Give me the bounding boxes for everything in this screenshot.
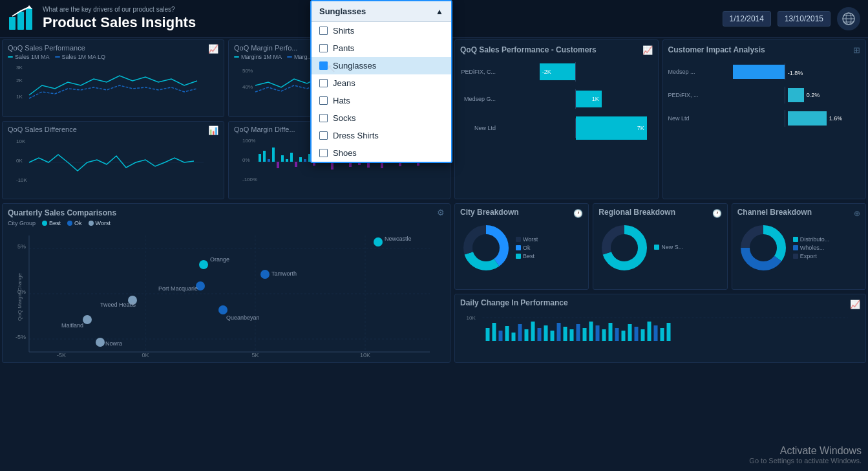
svg-text:2K: 2K	[16, 78, 23, 83]
svg-text:-100%: -100%	[242, 177, 257, 182]
svg-text:Tweed Heads: Tweed Heads	[100, 301, 136, 308]
date-end[interactable]: 13/10/2015	[778, 11, 831, 27]
customer-impact-panel: Customer Impact Analysis ⊞ Medsep ...	[662, 39, 867, 199]
dropdown-label-socks: Socks	[333, 113, 355, 123]
date-start[interactable]: 1/12/2014	[723, 11, 771, 27]
legend-ok-label: Ok	[74, 220, 82, 226]
dropdown-label-dress-shirts: Dress Shirts	[333, 131, 379, 140]
dot-maitland	[83, 315, 92, 324]
dropdown-label-shirts: Shirts	[333, 26, 354, 36]
checkbox-sunglasses	[319, 61, 328, 70]
svg-rect-119	[628, 324, 632, 341]
svg-text:Nowra: Nowra	[105, 340, 122, 347]
svg-rect-97	[486, 328, 490, 341]
svg-rect-3	[26, 8, 32, 30]
svg-rect-24	[263, 151, 266, 162]
app-icon	[8, 5, 35, 32]
dropdown-header[interactable]: Sunglasses ▲	[312, 1, 451, 22]
svg-text:5K: 5K	[251, 352, 259, 358]
impact-label-medsep: Medsep ...	[668, 69, 707, 75]
svg-rect-28	[281, 155, 284, 162]
impact-bar-newltd	[788, 111, 827, 126]
bar-pedifix: -2K	[540, 63, 575, 80]
legend-dot-ok	[67, 221, 72, 226]
dropdown-item-jeans[interactable]: Jeans	[312, 74, 451, 92]
regional-breakdown-panel: Regional Breakdown 🕐 New S...	[593, 203, 727, 290]
svg-rect-121	[641, 329, 645, 341]
daily-change-title: Daily Change In Performance	[460, 298, 568, 307]
sales-perf-chart: 3K 2K 1K	[8, 63, 218, 105]
dropdown-label-jeans: Jeans	[333, 78, 355, 88]
svg-text:3K: 3K	[16, 65, 23, 71]
dropdown-item-hats[interactable]: Hats	[312, 92, 451, 109]
checkbox-hats	[319, 96, 328, 105]
sales-perf-legend: Sales 1M MA Sales 1M MA LQ	[8, 54, 218, 60]
qoq-sales-perf-title: QoQ Sales Performance	[8, 44, 85, 52]
city-legend: Worst Ok Best	[516, 236, 538, 259]
windows-watermark: Activate Windows Go to Settings to activ…	[749, 445, 862, 465]
legend-worst-label: Worst	[96, 220, 111, 226]
svg-rect-102	[518, 324, 522, 341]
bar-label-pedifix: PEDiFIX, C...	[460, 69, 496, 75]
svg-text:Queanbeyan: Queanbeyan	[226, 314, 260, 321]
dropdown-item-sunglasses[interactable]: Sunglasses	[312, 57, 451, 74]
regional-clock-icon: 🕐	[712, 209, 722, 218]
impact-chart: Medsep ... -1.8%	[668, 63, 861, 127]
dropdown-item-dress-shirts[interactable]: Dress Shirts	[312, 127, 451, 144]
svg-rect-27	[277, 162, 279, 168]
dot-newcastle	[374, 237, 383, 246]
svg-rect-33	[304, 159, 306, 162]
watermark-subtitle: Go to Settings to activate Windows.	[749, 457, 862, 465]
regional-donut-container: New S...	[598, 222, 721, 274]
svg-rect-106	[544, 325, 548, 341]
impact-label-newltd-impact: New Ltd	[668, 115, 707, 122]
svg-rect-104	[531, 322, 535, 341]
svg-text:10K: 10K	[360, 352, 370, 358]
legend-margins-ma: Margins 1M MA	[234, 54, 282, 60]
svg-text:QoQ Margin Change: QoQ Margin Change	[17, 273, 23, 321]
svg-rect-122	[648, 322, 651, 341]
svg-rect-111	[577, 324, 580, 341]
svg-rect-101	[512, 333, 516, 341]
svg-text:Tamworth: Tamworth	[271, 270, 297, 277]
scatter-export-icon: ⚙	[437, 208, 445, 217]
bar-medsep: 1K	[576, 91, 602, 107]
bar-row-pedifix: PEDiFIX, C... -2K	[460, 62, 653, 82]
daily-chart-icon: 📈	[850, 300, 860, 309]
svg-rect-120	[635, 327, 639, 341]
svg-rect-113	[589, 322, 593, 341]
legend-dot-best	[42, 221, 47, 226]
dropdown-label-sunglasses: Sunglasses	[333, 61, 376, 71]
breakdown-row: City Breakdown 🕐	[452, 201, 868, 292]
dropdown-item-pants[interactable]: Pants	[312, 39, 451, 57]
dropdown-item-shoes[interactable]: Shoes	[312, 144, 451, 162]
svg-rect-32	[299, 157, 302, 162]
impact-row-pedifix: PEDiFIX, ... 0.2%	[668, 87, 861, 104]
city-donut-chart	[460, 222, 512, 274]
regional-donut-chart	[598, 222, 650, 274]
city-breakdown-panel: City Breakdown 🕐	[454, 203, 589, 290]
svg-rect-2	[17, 12, 24, 30]
bar-newltd: 7K	[576, 116, 647, 140]
customer-impact-title: Customer Impact Analysis	[668, 45, 765, 54]
regional-legend: New S...	[654, 244, 683, 252]
channel-breakdown-panel: Channel Breakdown ⊕	[732, 203, 866, 290]
globe-icon[interactable]	[837, 7, 860, 30]
svg-rect-110	[570, 329, 574, 341]
channel-breakdown-title: Channel Breakdown	[737, 208, 812, 217]
impact-bar-pedifix	[788, 88, 804, 102]
svg-text:50%: 50%	[242, 68, 253, 74]
product-dropdown[interactable]: Sunglasses ▲ Shirts Pants Sunglasses Jea…	[310, 0, 452, 163]
svg-rect-112	[583, 328, 587, 341]
dot-tamworth	[260, 270, 270, 279]
svg-rect-23	[259, 154, 261, 162]
dot-orange	[199, 260, 208, 269]
dropdown-label-pants: Pants	[333, 43, 354, 53]
svg-rect-123	[654, 325, 658, 341]
svg-text:-5%: -5%	[16, 334, 26, 340]
checkbox-shirts	[319, 27, 328, 35]
dropdown-item-shirts[interactable]: Shirts	[312, 22, 451, 39]
dropdown-item-socks[interactable]: Socks	[312, 109, 451, 127]
svg-rect-1	[9, 17, 16, 30]
svg-rect-109	[564, 327, 567, 341]
